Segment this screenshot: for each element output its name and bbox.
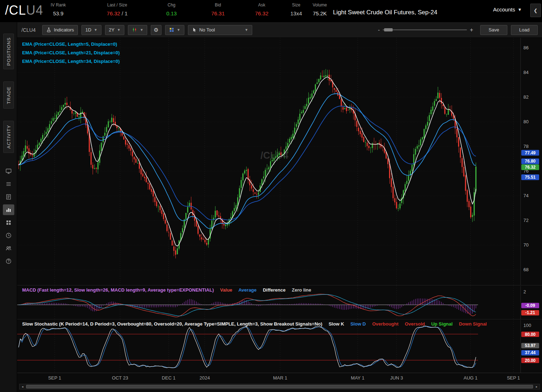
time-axis-label: SEP 1 (507, 375, 520, 381)
symbol-month-code: U4 (26, 3, 43, 18)
ema5-legend[interactable]: EMA (Price=CLOSE, Length=5, Displace=0) (22, 41, 120, 47)
stat-chg: Chg 0.13 (157, 3, 186, 16)
gear-icon: ⚙ (154, 27, 158, 33)
stochastic-title[interactable]: Slow Stochastic (K Period=14, D Period=3… (22, 321, 322, 327)
down-signal-label: Down Signal (459, 321, 487, 327)
accounts-dropdown[interactable]: Accounts ▼ (493, 6, 522, 13)
range-dropdown[interactable]: 2Y ▼ (105, 25, 125, 35)
stat-volume: Volume 75.2K (307, 3, 332, 16)
macd-average-label: Average (238, 287, 257, 293)
chart-bars-icon[interactable] (3, 204, 14, 215)
ticket-icon[interactable] (3, 192, 14, 202)
overbought-label: Overbought (372, 321, 399, 327)
svg-text:86: 86 (523, 45, 528, 50)
macd-zeroline-label: Zero line (292, 287, 311, 293)
macd-difference-label: Difference (263, 287, 286, 293)
drawing-tool-dropdown[interactable]: No Tool ▼ (188, 25, 252, 35)
oversold-label: Oversold (405, 321, 425, 327)
candlestick-chart-canvas[interactable]: 86848280787674727068/CLU477.4976.8076.32… (17, 38, 542, 285)
price-pane: 86848280787674727068/CLU477.4976.8076.32… (17, 38, 542, 285)
people-icon[interactable] (3, 243, 14, 254)
stat-last-size: Last / Size 76.32 / 1 (92, 3, 142, 16)
stat-value: 76.32 (107, 10, 120, 16)
chart-type-dropdown[interactable]: ▼ (128, 25, 147, 35)
help-icon[interactable] (3, 256, 14, 267)
chart-settings-button[interactable]: ⚙ (151, 25, 161, 35)
up-signal-label: Up Signal (431, 321, 453, 327)
svg-text:78: 78 (523, 144, 528, 149)
candlestick-icon (132, 27, 137, 33)
svg-text:77.49: 77.49 (525, 150, 536, 155)
svg-text:72: 72 (523, 218, 528, 223)
svg-text:82: 82 (523, 94, 528, 100)
time-axis-label: AUG 1 (463, 375, 477, 381)
tab-label: POSITIONS (6, 37, 11, 66)
ema21-legend[interactable]: EMA (Price=CLOSE, Length=21, Displace=0) (22, 50, 120, 55)
trading-app: /CLU4 IV Rank 53.9 Last / Size 76.32 / 1… (0, 0, 542, 392)
time-axis[interactable]: SEP 1OCT 23DEC 12024MAR 1MAY 1JUN 3AUG 1… (17, 373, 542, 382)
stochastic-legend: Slow Stochastic (K Period=14, D Period=3… (22, 321, 520, 327)
horizontal-scrollbar[interactable]: ◂ ▸ (19, 384, 540, 389)
svg-text:76.32: 76.32 (525, 165, 536, 170)
indicators-button[interactable]: Indicators (42, 25, 78, 35)
timeframe-value: 1D (85, 27, 91, 33)
ema34-legend[interactable]: EMA (Price=CLOSE, Length=34, Displace=0) (22, 59, 120, 64)
scroll-right-arrow-icon[interactable]: ▸ (534, 384, 539, 389)
grid-apps-icon[interactable] (3, 217, 14, 228)
list-icon[interactable] (3, 179, 14, 189)
flask-icon (46, 27, 51, 33)
macd-title[interactable]: MACD (Fast length=12, Slow length=26, MA… (22, 287, 214, 293)
chart-workspace: /CLU4 Indicators 1D ▼ 2Y ▼ ▼ ⚙ ▼ (17, 22, 542, 392)
svg-text:53.97: 53.97 (525, 343, 536, 348)
timeframe-dropdown[interactable]: 1D ▼ (81, 25, 101, 35)
zoom-out-button[interactable]: - (378, 27, 380, 33)
tab-label: ACTIVITY (6, 125, 11, 149)
tool-value: No Tool (199, 27, 215, 33)
tab-label: TRADE (6, 86, 11, 104)
chevron-down-icon: ▼ (518, 7, 522, 12)
svg-text:84: 84 (523, 70, 528, 75)
clock-icon[interactable] (3, 230, 14, 241)
collapse-panel-button[interactable]: ❮ (530, 4, 541, 17)
grid-layout-dropdown[interactable]: ▼ (165, 25, 184, 35)
sidebar-tab-activity[interactable]: ACTIVITY (3, 121, 14, 153)
range-value: 2Y (109, 27, 115, 33)
zoom-slider[interactable] (383, 29, 467, 30)
left-sidebar: POSITIONS TRADE ACTIVITY (0, 22, 17, 392)
stochastic-chart-canvas[interactable]: 10080.0053.9737.4420.00 (17, 320, 542, 373)
sidebar-icon-stack (0, 166, 17, 267)
svg-text:2: 2 (523, 289, 526, 294)
stat-value: 76.32 (255, 10, 269, 16)
sidebar-tab-positions[interactable]: POSITIONS (3, 34, 14, 69)
zoom-slider-handle[interactable] (384, 28, 393, 31)
time-axis-label: MAR 1 (273, 375, 287, 381)
slow-d-label: Slow D (350, 321, 366, 327)
zoom-control: - + (378, 27, 473, 33)
chevron-down-icon: ▼ (117, 28, 121, 32)
svg-text:74: 74 (523, 193, 528, 198)
toolbar-symbol-label: /CLU4 (21, 27, 36, 33)
svg-text:37.44: 37.44 (525, 350, 536, 355)
time-axis-label: 2024 (200, 375, 210, 381)
monitor-icon[interactable] (3, 166, 14, 177)
scroll-left-arrow-icon[interactable]: ◂ (20, 384, 25, 389)
stat-value: 13x4 (290, 10, 302, 16)
stat-label: Size (285, 3, 307, 8)
stat-iv-rank: IV Rank 53.9 (42, 3, 74, 16)
symbol-title: /CLU4 (5, 3, 43, 18)
svg-text:-1.21: -1.21 (525, 310, 535, 315)
flexible-grid-icon (169, 27, 174, 33)
macd-legend: MACD (Fast length=12, Slow length=26, MA… (22, 287, 520, 293)
scrollbar-thumb[interactable] (26, 385, 533, 388)
stat-bid: Bid 76.31 (200, 3, 236, 16)
stat-size: Size 13x4 (285, 3, 307, 16)
svg-text:75.51: 75.51 (525, 175, 536, 180)
slow-k-label: Slow K (329, 321, 344, 327)
zoom-in-button[interactable]: + (470, 27, 473, 33)
time-axis-label: MAY 1 (351, 375, 364, 381)
load-button[interactable]: Load (511, 25, 538, 35)
stat-value: 76.31 (211, 10, 225, 16)
save-button[interactable]: Save (480, 25, 507, 35)
sidebar-tab-trade[interactable]: TRADE (3, 81, 14, 109)
load-label: Load (519, 27, 529, 33)
